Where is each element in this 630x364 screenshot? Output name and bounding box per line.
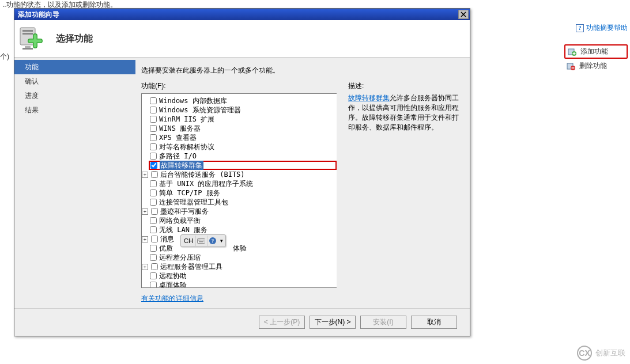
feature-item[interactable]: Windows 内部数据库 bbox=[150, 96, 337, 105]
next-button[interactable]: 下一步(N) > bbox=[310, 316, 356, 329]
help-link[interactable]: ? 功能摘要帮助 bbox=[524, 23, 628, 33]
feature-checkbox[interactable] bbox=[151, 171, 158, 178]
feature-checkbox[interactable] bbox=[150, 97, 157, 104]
instruction-text: 选择要安装在此服务器上的一个或多个功能。 bbox=[141, 66, 461, 75]
features-label: 功能(F): bbox=[141, 81, 337, 91]
expand-icon[interactable]: + bbox=[142, 172, 148, 178]
feature-label: XPS 查看器 bbox=[159, 133, 197, 142]
watermark: CX 创新互联 bbox=[577, 346, 625, 361]
feature-item[interactable]: +墨迹和手写服务 bbox=[142, 207, 337, 216]
feature-label: 基于 UNIX 的应用程序子系统 bbox=[159, 179, 253, 188]
feature-checkbox[interactable] bbox=[150, 107, 157, 113]
feature-label: 后台智能传送服务 (BITS) bbox=[160, 170, 245, 179]
feature-checkbox[interactable] bbox=[150, 189, 157, 196]
feature-item[interactable]: 远程协助 bbox=[150, 271, 337, 280]
ime-toolbar[interactable]: CH ? ▾ bbox=[180, 234, 226, 247]
sidebar-step-confirm[interactable]: 确认 bbox=[14, 74, 135, 89]
sidebar-step-features[interactable]: 功能 bbox=[14, 60, 135, 74]
feature-item[interactable]: +后台智能传送服务 (BITS) bbox=[142, 170, 337, 179]
dialog-content: 选择要安装在此服务器上的一个或多个功能。 功能(F): Windows 内部数据… bbox=[135, 58, 470, 308]
feature-checkbox[interactable] bbox=[150, 272, 157, 279]
feature-checkbox[interactable] bbox=[150, 282, 157, 288]
help-label: 功能摘要帮助 bbox=[586, 23, 628, 33]
feature-checkbox[interactable] bbox=[150, 125, 157, 132]
feature-checkbox[interactable] bbox=[151, 236, 158, 242]
feature-item[interactable]: 优质体验 bbox=[150, 244, 337, 253]
svg-rect-9 bbox=[198, 239, 205, 244]
feature-label: WINS 服务器 bbox=[159, 124, 201, 133]
feature-item[interactable]: 故障转移群集 bbox=[149, 161, 337, 170]
feature-label-suffix: 体验 bbox=[233, 244, 247, 253]
description-label: 描述: bbox=[348, 81, 461, 91]
feature-item[interactable]: WINS 服务器 bbox=[150, 124, 337, 133]
feature-checkbox[interactable] bbox=[151, 208, 158, 215]
close-icon bbox=[461, 12, 466, 17]
feature-checkbox[interactable] bbox=[150, 180, 157, 187]
feature-checkbox[interactable] bbox=[150, 254, 157, 261]
svg-rect-5 bbox=[22, 30, 33, 32]
sidebar-step-result[interactable]: 结果 bbox=[14, 103, 135, 117]
sidebar-step-progress[interactable]: 进度 bbox=[14, 89, 135, 103]
expand-icon[interactable]: + bbox=[142, 236, 148, 242]
add-feature-wizard-dialog: 添加功能向导 选择功能 功能 确认 进度 结果 bbox=[14, 8, 470, 336]
feature-item[interactable]: XPS 查看器 bbox=[150, 133, 337, 142]
feature-label: 墨迹和手写服务 bbox=[160, 207, 209, 216]
watermark-text: 创新互联 bbox=[595, 348, 625, 358]
features-list[interactable]: Windows 内部数据库Windows 系统资源管理器WinRM IIS 扩展… bbox=[141, 93, 337, 288]
remove-feature-action[interactable]: 删除功能 bbox=[564, 60, 628, 72]
feature-label: 消息 bbox=[160, 234, 174, 244]
feature-checkbox[interactable] bbox=[150, 245, 157, 252]
feature-item[interactable]: 无线 LAN 服务 bbox=[150, 225, 337, 234]
feature-checkbox[interactable] bbox=[150, 116, 157, 123]
feature-item[interactable]: +消息 bbox=[142, 234, 337, 244]
feature-label: 远程差分压缩 bbox=[159, 253, 201, 262]
background-crumb: 个) bbox=[0, 52, 9, 62]
feature-checkbox[interactable] bbox=[150, 162, 157, 169]
feature-checkbox[interactable] bbox=[150, 134, 157, 141]
feature-details-link[interactable]: 有关功能的详细信息 bbox=[141, 294, 203, 304]
svg-text:?: ? bbox=[212, 238, 214, 244]
svg-rect-11 bbox=[199, 240, 201, 241]
feature-label: 连接管理器管理工具包 bbox=[159, 198, 228, 207]
description-link[interactable]: 故障转移群集 bbox=[348, 94, 390, 102]
feature-item[interactable]: WinRM IIS 扩展 bbox=[150, 115, 337, 124]
feature-checkbox[interactable] bbox=[150, 199, 157, 206]
feature-item[interactable]: 多路径 I/O bbox=[150, 151, 337, 161]
feature-label: 对等名称解析协议 bbox=[159, 142, 214, 151]
feature-checkbox[interactable] bbox=[151, 263, 158, 270]
feature-checkbox[interactable] bbox=[150, 226, 157, 233]
expand-icon[interactable]: + bbox=[142, 264, 148, 270]
wizard-steps-sidebar: 功能 确认 进度 结果 bbox=[14, 58, 135, 308]
feature-item[interactable]: 远程差分压缩 bbox=[150, 253, 337, 262]
feature-checkbox[interactable] bbox=[150, 143, 157, 150]
ime-language-label[interactable]: CH bbox=[182, 237, 195, 244]
feature-item[interactable]: 基于 UNIX 的应用程序子系统 bbox=[150, 179, 337, 188]
feature-item[interactable]: +远程服务器管理工具 bbox=[142, 262, 337, 271]
right-actions-panel: ? 功能摘要帮助 添加功能 删除功能 bbox=[524, 23, 628, 73]
feature-item[interactable]: 对等名称解析协议 bbox=[150, 142, 337, 151]
expand-icon[interactable]: + bbox=[142, 208, 148, 215]
svg-rect-14 bbox=[203, 240, 204, 241]
install-button: 安装(I) bbox=[360, 316, 406, 329]
add-feature-action[interactable]: 添加功能 bbox=[564, 44, 628, 59]
dialog-titlebar[interactable]: 添加功能向导 bbox=[14, 9, 470, 20]
ime-expand-button[interactable]: ▾ bbox=[218, 238, 225, 244]
feature-item[interactable]: 桌面体验 bbox=[150, 280, 337, 288]
feature-item[interactable]: Windows 系统资源管理器 bbox=[150, 105, 337, 115]
feature-item[interactable]: 简单 TCP/IP 服务 bbox=[150, 188, 337, 198]
feature-checkbox[interactable] bbox=[150, 153, 157, 160]
feature-label: WinRM IIS 扩展 bbox=[159, 115, 214, 124]
feature-label: Windows 内部数据库 bbox=[159, 96, 227, 105]
cancel-button[interactable]: 取消 bbox=[411, 316, 457, 329]
ime-keyboard-button[interactable] bbox=[195, 236, 207, 246]
add-feature-label: 添加功能 bbox=[580, 47, 608, 56]
feature-label: 故障转移群集 bbox=[160, 161, 203, 170]
feature-checkbox[interactable] bbox=[150, 217, 157, 224]
keyboard-icon bbox=[197, 237, 205, 244]
feature-label: 网络负载平衡 bbox=[159, 216, 201, 225]
ime-help-button[interactable]: ? bbox=[207, 236, 218, 246]
feature-item[interactable]: 网络负载平衡 bbox=[150, 216, 337, 225]
help-icon: ? bbox=[576, 24, 584, 32]
feature-item[interactable]: 连接管理器管理工具包 bbox=[150, 198, 337, 207]
close-button[interactable] bbox=[458, 10, 469, 19]
